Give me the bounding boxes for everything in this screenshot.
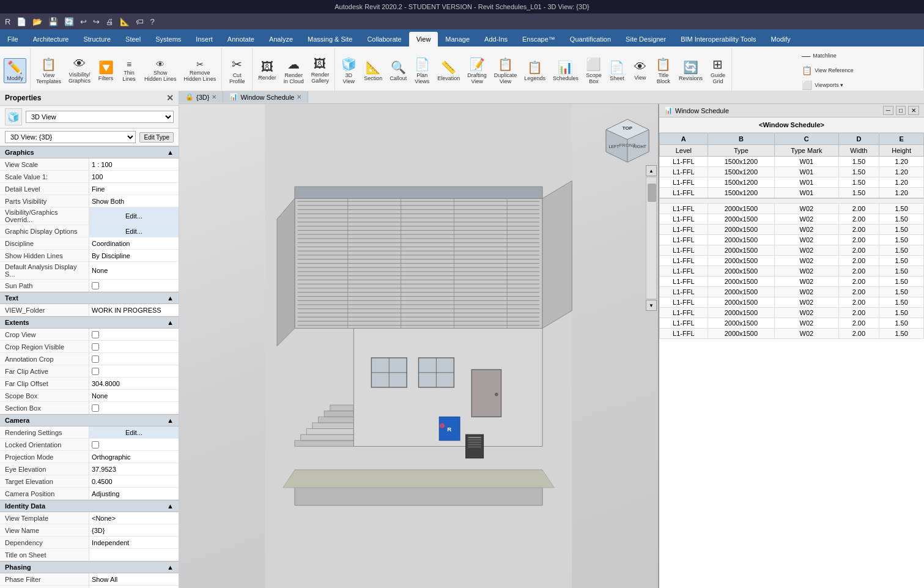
scroll-up-button[interactable]: ▲ [646,165,657,176]
tab-schedule-view[interactable]: 📊 Window Schedule ✕ [223,91,308,103]
crop-region-checkbox[interactable] [92,343,99,351]
tab-quantification[interactable]: Quantification [563,32,618,47]
view-reference-button[interactable]: 📋 View Reference [799,64,856,77]
qa-new[interactable]: 📄 [14,16,29,28]
tab-view[interactable]: View [409,32,438,47]
properties-close-button[interactable]: ✕ [166,93,174,103]
schedules-button[interactable]: 📊 Schedules [550,58,582,83]
elevation-button[interactable]: 📏 Elevation [434,58,463,83]
tab-annotate[interactable]: Annotate [220,32,262,47]
view-type-dropdown[interactable]: 3D View [26,111,174,123]
modify-button[interactable]: ✏️ Modify [4,58,26,83]
tab-insert[interactable]: Insert [188,32,220,47]
vg-edit-button[interactable]: Edit... [89,207,179,225]
view-templates-button[interactable]: 📋 ViewTemplates [33,55,64,86]
crop-view-checkbox[interactable] [92,331,99,338]
elevation-icon: 📏 [441,60,456,75]
cell-type: 2000x1500 [708,203,774,214]
cell-typemark: W02 [775,307,838,318]
close-schedule-tab[interactable]: ✕ [297,94,301,100]
tab-manage[interactable]: Manage [438,32,477,47]
show-hidden-lines-button[interactable]: 👁 ShowHidden Lines [141,58,180,84]
prop-section-text[interactable]: Text ▲ [0,292,179,304]
qa-open[interactable]: 📂 [30,16,45,28]
prop-discipline: Discipline Coordination [0,237,179,250]
prop-section-camera[interactable]: Camera ▲ [0,414,179,426]
qa-sync[interactable]: 🔄 [62,16,76,28]
tab-collaborate[interactable]: Collaborate [360,32,408,47]
drafting-view-button[interactable]: 📝 DraftingView [464,55,490,86]
edit-type-button[interactable]: Edit Type [139,132,174,143]
sheet-button[interactable]: 📄 Sheet [606,58,628,83]
table-row: L1-FFL 2000x1500 W02 2.00 1.50 [660,328,924,338]
tab-analyze[interactable]: Analyze [262,32,300,47]
remove-hidden-lines-button[interactable]: ✂ RemoveHidden Lines [181,58,220,84]
visibility-graphics-button[interactable]: 👁 Visibility/Graphics [65,55,94,86]
qa-measure[interactable]: 📐 [117,16,132,28]
qa-tag[interactable]: 🏷 [133,16,146,28]
instance-dropdown[interactable]: 3D View: {3D} [5,131,136,143]
annotation-crop-checkbox[interactable] [92,355,99,363]
qa-save[interactable]: 💾 [46,16,61,28]
tab-modify[interactable]: Modify [763,32,797,47]
prop-eye-elevation: Eye Elevation 37.9523 [0,463,179,475]
viewports-button[interactable]: ⬜ Viewports ▾ [799,78,846,92]
schedule-close[interactable]: ✕ [908,106,919,115]
qa-undo[interactable]: ↩ [78,16,89,28]
far-clip-checkbox[interactable] [92,368,99,375]
schedule-maximize[interactable]: □ [896,106,906,115]
qa-redo[interactable]: ↪ [91,16,102,28]
tab-massing[interactable]: Massing & Site [300,32,360,47]
cell-typemark: W02 [775,266,838,276]
prop-section-phasing[interactable]: Phasing ▲ [0,561,179,573]
scroll-down-button[interactable]: ▼ [646,300,657,311]
close-3d-tab[interactable]: ✕ [212,94,216,100]
tab-enscape[interactable]: Enscape™ [515,32,563,47]
render-gallery-button[interactable]: 🖼 RenderGallery [308,55,333,86]
tab-systems[interactable]: Systems [148,32,188,47]
tab-steel[interactable]: Steel [118,32,148,47]
legends-button[interactable]: 📋 Legends [521,58,549,83]
section-box-checkbox[interactable] [92,404,99,412]
graphic-display-edit-button[interactable]: Edit... [89,225,179,237]
callout-button[interactable]: 🔍 Callout [386,58,410,83]
tab-bim[interactable]: BIM Interoperability Tools [673,32,763,47]
render-cloud-button[interactable]: ☁ Renderin Cloud [281,55,307,86]
title-block-button[interactable]: 📋 TitleBlock [652,55,675,86]
qa-revit-icon[interactable]: R [2,16,13,28]
scroll-thumb[interactable] [648,184,656,202]
tab-site-designer[interactable]: Site Designer [618,32,673,47]
tab-file[interactable]: File [0,32,26,47]
plan-views-button[interactable]: 📄 PlanViews [411,55,433,86]
tab-structure[interactable]: Structure [76,32,118,47]
3dview-button[interactable]: 🧊 3DView [338,55,360,86]
filters-button[interactable]: 🔽 Filters [95,58,117,83]
duplicate-view-button[interactable]: 📋 DuplicateView [491,55,520,86]
svg-text:LEFT: LEFT [608,144,619,149]
navigation-cube[interactable]: TOP LEFT RIGHT FRONT [603,116,652,165]
schedule-minimize[interactable]: ─ [883,106,893,115]
thin-lines-button[interactable]: ≡ ThinLines [118,58,140,84]
tab-3d-label: {3D} [196,94,209,101]
matchline-button[interactable]: — Matchline [799,49,840,62]
rendering-settings-button[interactable]: Edit... [89,426,179,438]
locked-orientation-checkbox[interactable] [92,441,99,448]
schedule-table[interactable]: A B C D E Level Type Type Mark Width Hei… [659,133,924,588]
view-button[interactable]: 👁 View [629,58,651,83]
prop-section-extents[interactable]: Extents ▲ [0,316,179,329]
section-button[interactable]: 📐 Section [361,58,385,83]
prop-section-graphics[interactable]: Graphics ▲ [0,146,179,158]
qa-print[interactable]: 🖨 [103,16,116,28]
render-button[interactable]: 🖼 Render [255,58,279,83]
tab-architecture[interactable]: Architecture [26,32,76,47]
prop-section-identity[interactable]: Identity Data ▲ [0,500,179,512]
guide-grid-button[interactable]: ⊞ GuideGrid [707,55,729,86]
tab-3d-view[interactable]: 🔒 {3D} ✕ [179,91,223,103]
3d-viewport[interactable]: R [179,104,658,588]
revisions-button[interactable]: 🔄 Revisions [676,58,706,83]
tab-addins[interactable]: Add-Ins [477,32,515,47]
sun-path-checkbox[interactable] [92,282,99,289]
scope-box-button[interactable]: ⬜ ScopeBox [583,55,605,86]
qa-help[interactable]: ? [147,16,157,28]
cut-profile-button[interactable]: ✂ CutProfile [226,55,248,86]
